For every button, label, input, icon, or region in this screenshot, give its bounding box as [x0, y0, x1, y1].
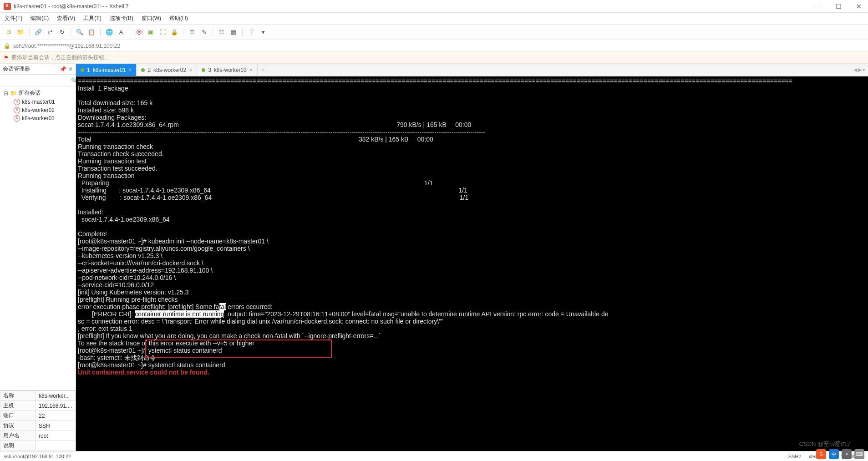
add-tab-button[interactable]: + — [258, 64, 269, 76]
help-icon[interactable]: ❔ — [246, 27, 256, 37]
record-icon[interactable]: ⦿ — [134, 27, 144, 37]
session-icon — [14, 99, 20, 105]
tray-icon-3[interactable]: ✧ — [842, 449, 852, 459]
content-area: 1 k8s-master01 × 2 k8s-worker02 × 3 k8s-… — [76, 64, 868, 451]
connect-icon[interactable]: ⇄ — [45, 27, 55, 37]
tree-item-label: k8s-master01 — [22, 99, 55, 105]
menu-view[interactable]: 查看(V) — [57, 15, 75, 22]
tree-item-worker03[interactable]: k8s-worker03 — [0, 114, 76, 122]
menu-bar: 文件(F) 编辑(E) 查看(V) 工具(T) 选项卡(B) 窗口(W) 帮助(… — [0, 13, 868, 25]
more-icon[interactable]: ▾ — [258, 27, 268, 37]
tab-number: 1 — [87, 67, 90, 73]
prop-desc-label: 说明 — [0, 441, 36, 451]
separator — [29, 28, 30, 36]
status-left: ssh://root@192.168.91.100:22 — [4, 454, 71, 459]
session-properties: 名称k8s-worker... 主机192.168.91.... 端口22 协议… — [0, 390, 76, 451]
title-bar: k8s-master01 - root@k8s-master01:~ - Xsh… — [0, 0, 868, 13]
minimize-button[interactable]: — — [812, 3, 824, 10]
tree-item-label: k8s-worker03 — [22, 115, 55, 122]
misc1-icon[interactable]: ☰ — [187, 27, 197, 37]
link-icon[interactable]: 🔗 — [33, 27, 43, 37]
open-folder-icon[interactable]: 📁 — [15, 27, 25, 37]
session-search-input[interactable] — [3, 77, 71, 84]
grid-icon[interactable]: ▦ — [228, 27, 239, 37]
font-icon[interactable]: A — [116, 27, 126, 37]
tree-item-label: k8s-worker02 — [22, 107, 55, 113]
tab-menu-icon[interactable]: ▾ — [863, 67, 865, 73]
misc2-icon[interactable]: ✎ — [199, 27, 209, 37]
session-search: 🔍 — [0, 75, 76, 86]
search-icon[interactable]: 🔍 — [75, 27, 85, 37]
terminal-output[interactable]: ========================================… — [76, 76, 868, 451]
tab-worker02[interactable]: 2 k8s-worker02 × — [137, 64, 197, 76]
hint-text: 要添加当前会话，点击左侧的箭头按钮。 — [11, 54, 110, 61]
close-tab-icon[interactable]: × — [249, 67, 253, 73]
session-manager-header: 会话管理器 📌 ✕ — [0, 64, 76, 75]
hint-bar: ⚑ 要添加当前会话，点击左侧的箭头按钮。 — [0, 52, 868, 64]
system-tray: S 中 ✧ ⌨ — [812, 447, 868, 461]
separator — [100, 28, 101, 36]
lock-icon[interactable]: 🔒 — [169, 27, 179, 37]
menu-edit[interactable]: 编辑(E) — [30, 15, 49, 22]
prop-proto-label: 协议 — [0, 421, 36, 431]
collapse-icon[interactable]: ⊟ — [4, 90, 8, 96]
tab-label: k8s-master01 — [93, 67, 126, 73]
flag-icon: ⚑ — [4, 55, 9, 61]
address-text: ssh://root:***************@192.168.91.10… — [13, 43, 120, 49]
new-session-icon[interactable]: ⧉ — [4, 27, 14, 37]
tray-icon-4[interactable]: ⌨ — [854, 449, 864, 459]
tab-prev-icon[interactable]: ◀ — [853, 67, 857, 73]
tab-number: 3 — [208, 67, 211, 73]
tab-master01[interactable]: 1 k8s-master01 × — [76, 64, 137, 76]
maximize-button[interactable]: ☐ — [833, 3, 844, 10]
list-icon[interactable]: ☷ — [217, 27, 227, 37]
play-icon[interactable]: ▣ — [146, 27, 156, 37]
tree-root-label: 所有会话 — [19, 89, 41, 97]
prop-port-value: 22 — [36, 411, 76, 421]
prop-user-label: 用户名 — [0, 431, 36, 441]
close-tab-icon[interactable]: × — [189, 67, 192, 73]
tab-worker03[interactable]: 3 k8s-worker03 × — [197, 64, 258, 76]
tab-nav: ◀ ▶ ▾ — [851, 64, 868, 76]
folder-icon: 📁 — [10, 90, 17, 96]
tab-label: k8s-worker02 — [153, 67, 186, 73]
tray-icon-1[interactable]: S — [816, 449, 826, 459]
prop-host-value: 192.168.91.... — [36, 401, 76, 411]
separator — [213, 28, 213, 36]
tree-item-worker02[interactable]: k8s-worker02 — [0, 106, 76, 114]
separator — [130, 28, 130, 36]
prop-host-label: 主机 — [0, 401, 36, 411]
session-manager-title: 会话管理器 — [3, 65, 30, 73]
session-manager-panel: 会话管理器 📌 ✕ 🔍 ⊟ 📁 所有会话 k8s-master01 k8s-wo… — [0, 64, 76, 451]
menu-file[interactable]: 文件(F) — [5, 15, 22, 22]
alt-icon[interactable]: ⛶ — [157, 27, 168, 37]
tab-next-icon[interactable]: ▶ — [858, 67, 862, 73]
toolbar: ⧉ 📁 🔗 ⇄ ↻ 🔍 📋 🌐 A ⦿ ▣ ⛶ 🔒 ☰ ✎ ☷ ▦ ❔ ▾ — [0, 25, 868, 40]
status-dot-icon — [202, 68, 205, 72]
status-dot-icon — [141, 68, 145, 72]
tab-label: k8s-worker03 — [214, 67, 247, 73]
main-area: 会话管理器 📌 ✕ 🔍 ⊟ 📁 所有会话 k8s-master01 k8s-wo… — [0, 64, 868, 451]
refresh-icon[interactable]: ↻ — [57, 27, 67, 37]
app-logo-icon — [4, 3, 11, 10]
tab-strip: 1 k8s-master01 × 2 k8s-worker02 × 3 k8s-… — [76, 64, 868, 76]
prop-name-value: k8s-worker... — [36, 391, 76, 401]
tray-icon-2[interactable]: 中 — [829, 449, 839, 459]
pin-icon[interactable]: 📌 — [60, 66, 66, 72]
menu-tabs[interactable]: 选项卡(B) — [110, 15, 133, 22]
window-title: k8s-master01 - root@k8s-master01:~ - Xsh… — [14, 3, 812, 10]
menu-tools[interactable]: 工具(T) — [83, 15, 101, 22]
menu-window[interactable]: 窗口(W) — [142, 15, 161, 22]
menu-help[interactable]: 帮助(H) — [169, 15, 188, 22]
close-tab-icon[interactable]: × — [128, 67, 132, 73]
tree-root[interactable]: ⊟ 📁 所有会话 — [0, 88, 76, 98]
window-controls: — ☐ ✕ — [812, 3, 864, 10]
status-ssh: SSH2 — [788, 454, 802, 459]
tree-item-master01[interactable]: k8s-master01 — [0, 98, 76, 106]
globe-icon[interactable]: 🌐 — [104, 27, 114, 37]
close-button[interactable]: ✕ — [853, 3, 864, 10]
close-panel-icon[interactable]: ✕ — [68, 66, 73, 72]
copy-icon[interactable]: 📋 — [86, 27, 96, 37]
separator — [242, 28, 243, 36]
session-tree: ⊟ 📁 所有会话 k8s-master01 k8s-worker02 k8s-w… — [0, 86, 76, 390]
